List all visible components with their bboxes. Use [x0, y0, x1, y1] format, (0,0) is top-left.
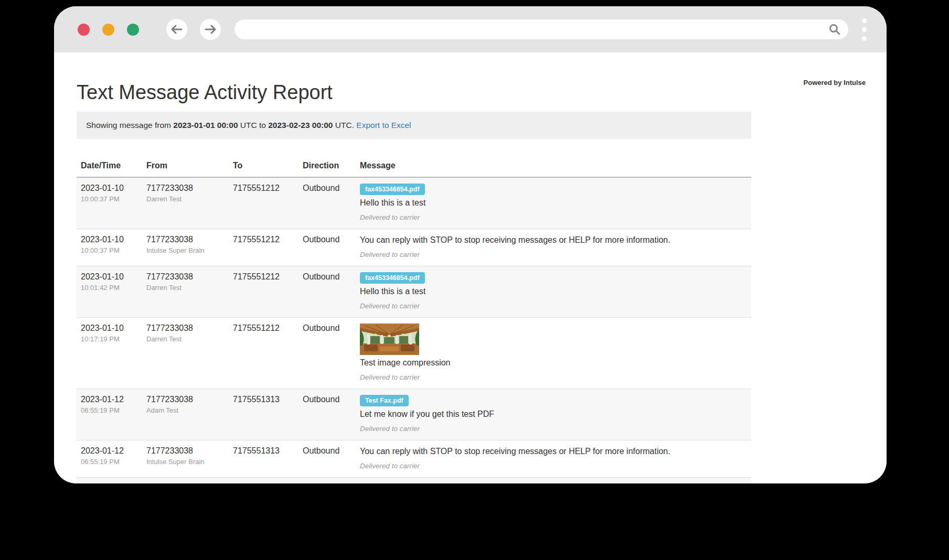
traffic-light-minimize-icon[interactable]: [102, 24, 114, 36]
row-time: 06:55:19 PM: [81, 458, 138, 466]
banner-lead: Showing message from: [86, 121, 171, 130]
row-from-name: Darren Test: [146, 195, 225, 203]
banner-start-date: 2023-01-01 00:00: [173, 121, 238, 130]
message-text: Let me know if you get this test PDF: [360, 410, 747, 419]
row-to-number: 7175551212: [233, 184, 294, 193]
browser-window: Powered by Intulse Text Message Activity…: [54, 6, 887, 483]
header-to: To: [229, 158, 298, 177]
row-time: 06:55:19 PM: [81, 406, 138, 414]
table-row: 2023-01-12 06:55:19 PM 7177233038 Adam T…: [77, 389, 751, 440]
row-time: 10:00:37 PM: [81, 195, 138, 203]
row-to-number: 7175551313: [233, 446, 294, 456]
row-date: 2023-01-10: [81, 235, 138, 244]
left-arrow-icon: [171, 25, 183, 34]
row-from-number: 7177233038: [146, 272, 225, 282]
delivery-status: Delivered to carrier: [360, 213, 747, 221]
banner-end-date: 2023-02-23 00:00: [268, 121, 333, 130]
row-direction: Outbound: [303, 235, 351, 244]
search-icon[interactable]: [828, 23, 841, 38]
row-direction: Outbound: [303, 446, 351, 456]
table-row: 2023-01-10 10:00:37 PM 7177233038 Intuls…: [77, 229, 751, 266]
delivery-status: Delivered to carrier: [360, 425, 747, 433]
table-row: 2023-01-12 06:55:19 PM 7177233038 Intuls…: [77, 440, 751, 478]
row-from-name: Intulse Super Brain: [146, 458, 225, 466]
message-text: You can reply with STOP to stop receivin…: [360, 235, 747, 245]
delivery-status: Delivered to carrier: [360, 302, 747, 310]
row-from-name: Intulse Super Brain: [146, 246, 225, 254]
row-from-number: 7177233038: [146, 235, 225, 244]
page-title: Text Message Activity Report: [77, 52, 887, 104]
row-from-name: Adam Test: [146, 406, 225, 414]
forward-button[interactable]: [200, 19, 221, 40]
row-from-number: 7177233038: [146, 446, 225, 456]
row-date: 2023-01-10: [81, 324, 138, 333]
table-row: 2023-01-10 10:01:42 PM 7177233038 Darren…: [77, 266, 751, 318]
header-date-time: Date/Time: [77, 158, 142, 177]
activity-table: Date/Time From To Direction Message 2023…: [77, 158, 751, 483]
row-to-number: 7175551212: [233, 272, 294, 282]
row-from-name: Darren Test: [146, 284, 225, 292]
row-to-number: 7175551313: [233, 395, 294, 404]
message-text: You can reply with STOP to stop receivin…: [360, 447, 747, 456]
row-time: 10:00:37 PM: [81, 246, 138, 254]
message-text: Hello this is a test: [360, 198, 747, 208]
powered-by-label: Powered by Intulse: [804, 79, 866, 87]
row-from-number: 7177233038: [146, 184, 225, 193]
browser-menu-icon[interactable]: [860, 16, 869, 43]
attachment-badge[interactable]: Test Fax.pdf: [360, 395, 409, 406]
row-to-number: 7175551212: [233, 324, 294, 333]
table-row: 2023-01-12 06:55:51 PM 7177233038 Adam T…: [77, 478, 751, 484]
row-from-name: Darren Test: [146, 335, 225, 343]
date-range-banner: Showing message from 2023-01-01 00:00 UT…: [77, 112, 751, 139]
header-from: From: [142, 158, 229, 177]
row-date: 2023-01-10: [81, 184, 138, 193]
attachment-badge[interactable]: fax453346854.pdf: [360, 184, 425, 195]
banner-middle: UTC to: [240, 121, 266, 130]
attachment-badge[interactable]: fax453346854.pdf: [360, 272, 425, 284]
row-from-number: 7177233038: [146, 395, 225, 404]
delivery-status: Delivered to carrier: [360, 251, 747, 259]
delivery-status: Delivered to carrier: [360, 462, 747, 470]
row-direction: Outbound: [303, 395, 351, 404]
header-direction: Direction: [298, 158, 356, 177]
table-header-row: Date/Time From To Direction Message: [77, 158, 751, 177]
table-row: 2023-01-10 10:00:37 PM 7177233038 Darren…: [77, 177, 751, 229]
row-time: 10:17:19 PM: [81, 335, 138, 343]
row-time: 10:01:42 PM: [81, 284, 138, 292]
row-from-number: 7177233038: [146, 324, 225, 333]
row-date: 2023-01-10: [81, 272, 138, 282]
traffic-light-close-icon[interactable]: [78, 24, 90, 36]
banner-tail: UTC.: [335, 121, 354, 130]
row-to-number: 7175551212: [233, 235, 294, 244]
row-date: 2023-01-12: [81, 395, 138, 404]
row-date: 2023-01-12: [81, 446, 138, 456]
browser-chrome: [54, 6, 887, 52]
message-text: Hello this is a test: [360, 287, 747, 296]
mms-image-thumbnail[interactable]: [360, 324, 419, 355]
message-text: Test image compression: [360, 358, 747, 368]
row-direction: Outbound: [303, 324, 351, 333]
traffic-light-zoom-icon[interactable]: [127, 24, 139, 36]
row-direction: Outbound: [303, 272, 351, 282]
address-bar[interactable]: [234, 19, 848, 39]
export-to-excel-link[interactable]: Export to Excel: [356, 121, 411, 130]
right-arrow-icon: [205, 25, 216, 34]
back-button[interactable]: [166, 19, 187, 40]
address-input[interactable]: [234, 25, 848, 34]
row-direction: Outbound: [303, 184, 351, 193]
delivery-status: Delivered to carrier: [360, 373, 747, 381]
header-message: Message: [356, 158, 751, 177]
table-row: 2023-01-10 10:17:19 PM 7177233038 Darren…: [77, 318, 751, 389]
page-content: Powered by Intulse Text Message Activity…: [54, 52, 887, 483]
